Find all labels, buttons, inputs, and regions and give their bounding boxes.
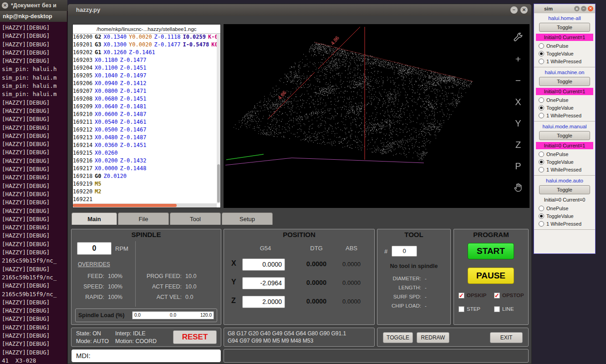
pin-name-link[interactable]: halui.machine.on [534, 68, 595, 76]
gcode-line[interactable]: 169201G3X0.1300Y0.0020Z-0.1477I-0.5478K0… [73, 41, 217, 49]
scrollbar-handle[interactable] [73, 204, 177, 207]
checkbox-step[interactable]: STEP [458, 305, 480, 313]
view-y-button[interactable]: Y [515, 117, 521, 130]
zoom-out-icon[interactable]: − [515, 74, 521, 87]
view-x-button[interactable]: X [515, 96, 521, 108]
gcode-lines[interactable]: 169200G2X0.1340Y0.0020Z-0.1118I0.0259K-0… [73, 34, 217, 203]
toggle-button[interactable]: Toggle [539, 77, 590, 86]
pin-name-link[interactable]: halui.mode.auto [534, 177, 595, 184]
gcode-line[interactable]: 169210X0.0600Z-0.1487 [73, 111, 217, 119]
checkbox-icon[interactable] [494, 306, 500, 312]
gcode-token: Z-0.1481 [120, 103, 147, 110]
gcode-line[interactable]: 169207X0.0800Z-0.1471 [73, 88, 217, 96]
view-tools-icon[interactable] [513, 31, 524, 44]
checkbox-icon[interactable] [458, 293, 464, 298]
sim-titlebar[interactable]: sim ▴ − ✕ [534, 4, 595, 13]
pin-name-link[interactable]: halui.mode.manual [534, 122, 595, 130]
radio-option[interactable]: 1 WhilePressed [534, 111, 595, 119]
toggle-button[interactable]: Toggle [539, 131, 590, 140]
radio-option[interactable]: 1 WhilePressed [534, 57, 595, 65]
checkbox-line[interactable]: LINE [494, 305, 514, 313]
gcode-line[interactable]: 169206X0.0940Z-0.1412 [73, 80, 217, 88]
checkbox-opskip[interactable]: OPSKIP [458, 291, 486, 299]
z-g54-entry[interactable]: 2.0000 [242, 296, 285, 308]
close-icon[interactable]: ✕ [588, 6, 593, 11]
pause-button[interactable]: PAUSE [468, 268, 514, 284]
backplot-canvas[interactable] [224, 24, 530, 208]
radio-option[interactable]: ToggleValue [534, 212, 595, 220]
horizontal-scrollbar[interactable] [73, 203, 217, 207]
gcode-line[interactable]: 169216X0.0200Z-0.1432 [73, 157, 217, 165]
background-doc-titlebar[interactable]: ✕ *Документ без и [0, 0, 67, 11]
gcode-line[interactable]: 169219M5 [73, 181, 217, 188]
radio-option[interactable]: OnePulse [534, 96, 595, 104]
checkbox-icon[interactable] [458, 306, 464, 312]
pan-hand-icon[interactable] [513, 181, 524, 194]
tab-setup[interactable]: Setup [222, 212, 273, 225]
gcode-line[interactable]: 169202G1X0.1260Z-0.1461 [73, 49, 217, 57]
gcode-line[interactable]: 169209X0.0640Z-0.1481 [73, 103, 217, 111]
gcode-preview[interactable]: 4.86 4.86 + − X Y Z P [224, 24, 530, 208]
tool-number-entry[interactable]: 0 [392, 246, 417, 257]
toggle-button[interactable]: Toggle [539, 23, 590, 32]
radio-option[interactable]: OnePulse [534, 204, 595, 212]
checkbox-opstop[interactable]: OPSTOP [494, 291, 524, 299]
terminal-window[interactable]: nkp@nkp-desktop [HAZZY][DEBUG][HAZZY][DE… [0, 11, 67, 364]
x-g54-entry[interactable]: 0.0000 [242, 258, 285, 271]
radio-option[interactable]: 1 WhilePressed [534, 166, 595, 173]
window-title: sim [544, 6, 553, 11]
tab-file[interactable]: File [118, 212, 169, 225]
view-p-button[interactable]: P [515, 160, 521, 172]
close-icon[interactable]: ✕ [2, 2, 8, 9]
pin-name-link[interactable]: halui.home-all [534, 14, 595, 22]
minimize-icon[interactable]: − [581, 6, 586, 11]
spindle-rpm-entry[interactable]: 0 [77, 242, 112, 255]
toggle-button[interactable]: TOGGLE [383, 332, 413, 343]
reset-button[interactable]: RESET [173, 330, 217, 344]
exit-button[interactable]: EXIT [490, 332, 523, 343]
start-button[interactable]: START [468, 243, 514, 259]
radio-option[interactable]: ToggleValue [534, 104, 595, 111]
radio-option[interactable]: OnePulse [534, 150, 595, 158]
shade-icon[interactable]: ▴ [574, 6, 580, 11]
gcode-line[interactable]: 169215X0.0260 [73, 150, 217, 157]
gcode-line[interactable]: 169213X0.0480Z-0.1487 [73, 134, 217, 142]
checkbox-icon[interactable] [494, 293, 500, 298]
tab-main[interactable]: Main [71, 212, 117, 225]
gcode-line[interactable]: 169214X0.0360Z-0.1451 [73, 142, 217, 150]
mdi-input[interactable]: MDI: [71, 349, 221, 363]
redraw-button[interactable]: REDRAW [417, 332, 449, 343]
gcode-line[interactable]: 169220M2 [73, 188, 217, 196]
tab-tool[interactable]: Tool [170, 212, 221, 225]
line-number: 169216 [73, 157, 95, 164]
radio-icon [539, 159, 544, 165]
gcode-line[interactable]: 169203X0.1180Z-0.1477 [73, 57, 217, 65]
gcode-line[interactable]: 169204X0.1100Z-0.1451 [73, 65, 217, 72]
vertical-scrollbar[interactable] [217, 34, 220, 203]
gcode-token: Z-0.1412 [120, 80, 147, 86]
y-g54-entry[interactable]: -2.0964 [242, 277, 285, 289]
gcode-line[interactable]: 169218G0Z0.0120 [73, 173, 217, 181]
gcode-line[interactable]: 169212X0.0500Z-0.1467 [73, 126, 217, 134]
gcode-line[interactable]: 169208X0.0680Z-0.1451 [73, 96, 217, 103]
line-number: 169203 [73, 57, 95, 63]
radio-option[interactable]: ToggleValue [534, 158, 595, 166]
gcode-token: X0.1040 [95, 72, 118, 79]
minimize-icon[interactable]: − [510, 6, 518, 14]
zoom-in-icon[interactable]: + [515, 53, 521, 66]
hazzy-titlebar[interactable]: hazzy.py − ✕ [68, 4, 531, 16]
radio-option[interactable]: OnePulse [534, 42, 595, 50]
gcode-line[interactable]: 169221 [73, 196, 217, 203]
toggle-button[interactable]: Toggle [539, 185, 590, 194]
close-icon[interactable]: ✕ [520, 6, 528, 14]
gcode-line[interactable]: 169211X0.0540Z-0.1461 [73, 119, 217, 126]
view-z-button[interactable]: Z [515, 138, 521, 151]
scrollbar-handle[interactable] [217, 164, 220, 202]
terminal-titlebar[interactable]: nkp@nkp-desktop [0, 11, 67, 22]
dtg-value: 0.0000 [297, 260, 336, 268]
radio-option[interactable]: ToggleValue [534, 50, 595, 57]
gcode-line[interactable]: 169217X0.0000Z-0.1448 [73, 165, 217, 173]
radio-option[interactable]: 1 WhilePressed [534, 220, 595, 228]
gcode-line[interactable]: 169205X0.1040Z-0.1497 [73, 72, 217, 80]
gcode-line[interactable]: 169200G2X0.1340Y0.0020Z-0.1118I0.0259K-0… [73, 34, 217, 41]
